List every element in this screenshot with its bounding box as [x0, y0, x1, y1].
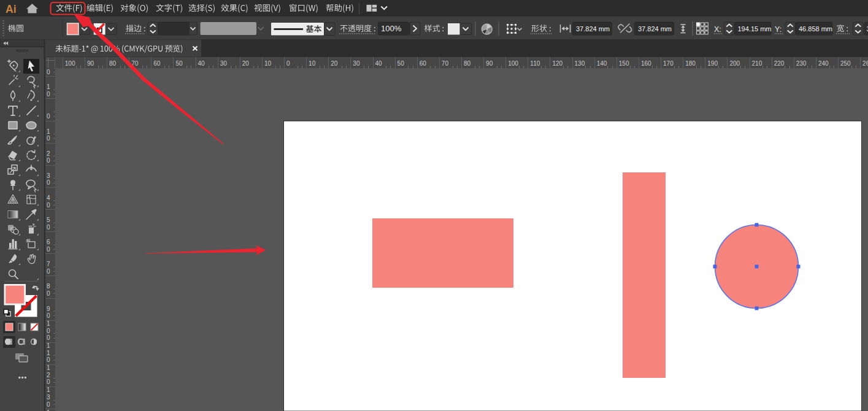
svg-text:100: 100	[508, 60, 518, 67]
svg-text:X:: X:	[714, 25, 721, 34]
svg-text:60: 60	[153, 60, 161, 67]
svg-text:0: 0	[47, 224, 50, 231]
svg-text:200: 200	[729, 60, 740, 67]
svg-text:1: 1	[47, 83, 50, 90]
svg-text:5: 5	[47, 217, 50, 223]
svg-text:2: 2	[47, 150, 50, 157]
svg-text:190: 190	[707, 60, 718, 67]
svg-text:240: 240	[818, 60, 829, 67]
svg-text:90: 90	[87, 60, 94, 67]
svg-text:220: 220	[774, 60, 785, 67]
svg-text:1: 1	[47, 320, 50, 327]
svg-text:250: 250	[840, 60, 851, 67]
svg-text:0: 0	[47, 334, 50, 341]
svg-text:1: 1	[47, 386, 50, 393]
svg-text:140: 140	[597, 60, 607, 67]
svg-text:260: 260	[862, 60, 868, 67]
svg-text:0: 0	[47, 290, 50, 297]
svg-text:120: 120	[552, 60, 563, 67]
svg-text:0: 0	[47, 312, 50, 319]
svg-text:130: 130	[575, 60, 585, 67]
svg-text:50: 50	[175, 60, 183, 67]
svg-text:1: 1	[47, 364, 50, 371]
svg-text:0: 0	[286, 60, 290, 67]
svg-text:0: 0	[47, 246, 50, 253]
svg-text:40: 40	[198, 60, 205, 67]
svg-text:110: 110	[530, 60, 540, 67]
svg-text:3: 3	[47, 394, 50, 401]
svg-text:70: 70	[442, 60, 449, 67]
svg-text:20: 20	[331, 60, 338, 67]
svg-text:150: 150	[619, 60, 629, 67]
svg-text:46.858 mm: 46.858 mm	[799, 25, 832, 33]
svg-text:0: 0	[47, 268, 50, 275]
svg-text:0: 0	[47, 401, 50, 408]
svg-text:0: 0	[47, 356, 50, 363]
svg-text:0: 0	[47, 91, 50, 98]
svg-text:40: 40	[375, 60, 382, 67]
svg-text:10: 10	[264, 60, 272, 67]
svg-text:60: 60	[420, 60, 427, 67]
svg-text:30: 30	[353, 60, 360, 67]
svg-text:0: 0	[47, 202, 50, 209]
svg-text:1: 1	[47, 128, 50, 135]
svg-text:0: 0	[47, 378, 50, 385]
svg-text:180: 180	[685, 60, 696, 67]
svg-text:210: 210	[752, 60, 762, 67]
svg-text:0: 0	[47, 328, 50, 334]
svg-text:8: 8	[47, 283, 50, 290]
svg-text:2: 2	[47, 372, 50, 378]
svg-text:100: 100	[65, 60, 75, 67]
svg-text:194.15 mm: 194.15 mm	[738, 25, 772, 33]
svg-text:6: 6	[47, 239, 50, 245]
svg-text:230: 230	[796, 60, 807, 67]
svg-text:1: 1	[47, 350, 50, 356]
svg-text:10: 10	[309, 60, 316, 67]
svg-text:0: 0	[47, 135, 50, 142]
svg-text:170: 170	[663, 60, 674, 67]
svg-text:50: 50	[398, 60, 405, 67]
svg-text:90: 90	[486, 60, 493, 67]
svg-text:9: 9	[47, 305, 50, 312]
svg-text:20: 20	[242, 60, 250, 67]
svg-text:37.824 mm: 37.824 mm	[638, 25, 672, 33]
svg-text:37.824 mm: 37.824 mm	[576, 25, 610, 33]
svg-text:0: 0	[47, 113, 50, 120]
svg-text:3: 3	[47, 172, 50, 179]
svg-text:80: 80	[464, 60, 471, 67]
svg-text:4: 4	[47, 194, 50, 201]
svg-text:Ai: Ai	[6, 3, 17, 15]
svg-text:80: 80	[109, 60, 117, 67]
svg-text:Y:: Y:	[775, 25, 782, 34]
svg-text:7: 7	[47, 261, 50, 267]
svg-text:160: 160	[641, 60, 651, 67]
svg-text:30: 30	[220, 60, 228, 67]
svg-text:100%: 100%	[381, 24, 402, 33]
svg-text:0: 0	[47, 179, 50, 186]
svg-text:0: 0	[47, 157, 50, 164]
svg-text:1: 1	[47, 342, 50, 349]
svg-text:1: 1	[47, 409, 50, 411]
svg-text:0: 0	[47, 69, 50, 75]
